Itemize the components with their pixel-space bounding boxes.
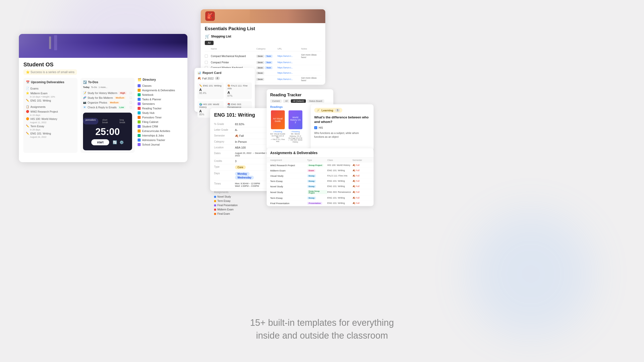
assignments-deliverables-card: Assignments & Deliverables Assignment Ty…	[267, 148, 374, 206]
reading-tracker-filters[interactable]: Current All All (Select) Status Board	[270, 99, 330, 103]
eng-times-row: Times Mon: 9:30AM – 12:00PMWed: 1:00PM –…	[214, 181, 269, 189]
todo-tab-todo[interactable]: To-Do	[91, 86, 97, 88]
dir-assignments[interactable]: Assignments & Deliverables	[138, 88, 183, 93]
dates-label: Dates	[214, 152, 233, 155]
rt-book-1-cover: Art Visual Guide	[271, 110, 285, 129]
rc-course-1: ✏️ ENG 101: Writing A 88.4%	[197, 82, 224, 99]
student-os-body: Student OS ⭐ Success is a series of smal…	[19, 58, 187, 156]
checkbox-2[interactable]	[205, 61, 208, 64]
dir-journal[interactable]: School Journal	[138, 142, 183, 147]
shopping-list-label: 🛒 Shopping List	[205, 34, 321, 39]
ac-row-8: Final Presentation Presentation ENG 101:…	[267, 201, 374, 206]
ac-row-5: Novel Study Essay ENG 101: Writing Fall	[267, 184, 374, 189]
category-value: In Person	[235, 140, 247, 143]
eng-type-row: Type Core	[214, 164, 269, 171]
reading-tracker-title: Reading Tracker	[270, 93, 330, 97]
wednesday-badge: Wednesday	[235, 176, 254, 179]
location-value: ABA 100	[235, 146, 246, 149]
exam-item-2: ✏️ ENG 101: Writing	[26, 98, 75, 103]
grade-pct-value: 83.92%	[235, 123, 244, 126]
pomo-tab-pomodoro[interactable]: pomodoro	[83, 118, 98, 124]
directory-section-title: 🗂️ Directory	[138, 78, 183, 81]
pomodoro-controls: 🔄 ⚙️	[113, 140, 124, 144]
filter-all-select[interactable]: All (Select)	[291, 99, 306, 103]
dir-notebook[interactable]: Notebook	[138, 93, 183, 97]
packing-table-header: Name Category URL Notes	[205, 48, 321, 51]
refresh-icon[interactable]: 🔄	[113, 140, 117, 144]
badge-medium-1: Medium	[114, 96, 126, 99]
todo-tab-more[interactable]: 1 more...	[99, 86, 108, 88]
dir-extra[interactable]: Extracurricular Activities	[138, 129, 183, 133]
email-icon: 📧	[83, 106, 86, 109]
report-card-title: Report Card	[203, 71, 221, 75]
eng-assign-1: Novel Study	[214, 195, 269, 199]
assign-item-4: ✏️ ENG 101: Writing	[26, 131, 75, 136]
learning-card: 🪄 Learning 1 What's the difference betwe…	[311, 104, 374, 151]
todo-item-1: 📝 Study for History Midterm High ☐	[83, 90, 132, 95]
upcoming-section-title: 📅 Upcoming Deliverables	[26, 80, 75, 84]
fall-icon: 🍂	[197, 77, 201, 80]
filter-all[interactable]: All	[205, 41, 214, 45]
pomo-tab-long[interactable]: long break	[117, 118, 132, 124]
todos-section: ☑️ To-Dos Today To-Do 1 more... 📝 Study …	[80, 78, 135, 153]
todos-section-title: ☑️ To-Dos	[83, 80, 132, 84]
settings-icon[interactable]: ⚙️	[119, 140, 124, 144]
learning-checkbox-label: HIS	[319, 126, 323, 129]
report-card-badge: 4	[215, 77, 220, 80]
ac-row-2: Midterm Exam Exam ENG 101: Writing Fall	[267, 168, 374, 173]
dir-crm[interactable]: Student CRM	[138, 124, 183, 129]
eng-semester-row: Semester 🍂 Fall	[214, 133, 269, 139]
todo-item-3: 📷 Organize Photos Medium ☐	[83, 100, 132, 105]
todo-item-4: 📧 Check & Reply to Emails Low ☐	[83, 105, 132, 110]
eng-category-row: Category In Person	[214, 139, 269, 145]
rc-course-2: 🎨 FALS 111: Fine Arts A 87%	[226, 82, 252, 99]
student-os-tagline: ⭐ Success is a series of small wins	[23, 69, 77, 75]
todo-tabs[interactable]: Today To-Do 1 more...	[83, 86, 132, 88]
filter-status-board[interactable]: Status Board	[307, 99, 324, 103]
filter-current[interactable]: Current	[270, 99, 282, 103]
pomodoro-tabs[interactable]: pomodoro short break long break	[83, 118, 132, 124]
grade-pct-label: % Grade	[214, 123, 233, 125]
dir-classes[interactable]: Classes	[138, 83, 183, 88]
todo-tab-today[interactable]: Today	[83, 86, 90, 88]
dir-internships[interactable]: Internships & Jobs	[138, 133, 183, 138]
learning-checkbox-row: ✓ HIS	[314, 126, 370, 129]
assignments-label-row: 📋 Assignments	[26, 104, 75, 109]
dir-semesters[interactable]: Semesters	[138, 102, 183, 106]
rt-book-2: World History Ch 3 • Reading Wr. World H…	[288, 110, 303, 143]
eng-assign-5: Final Exam	[214, 212, 269, 216]
assignments-section-label: Assignments	[214, 191, 269, 194]
rt-book-2-info: • Reading Wr. World History, Ch 3 On Pag…	[288, 130, 303, 143]
dir-reading[interactable]: Reading Tracker	[138, 106, 183, 111]
upcoming-deliverables-section: 📅 Upcoming Deliverables 📄 Exams ⭐ Midter…	[23, 78, 77, 153]
packing-hero: 🎒	[201, 9, 325, 23]
checkbox-1[interactable]	[205, 55, 208, 58]
dir-tasks[interactable]: Tasks & Planner	[138, 97, 183, 102]
checkbox-icon: ☑️	[83, 80, 87, 84]
directory-section: 🗂️ Directory Classes Assignments & Deliv…	[138, 78, 183, 153]
learning-answer: Who functions as a subject, while whom f…	[314, 131, 370, 139]
dir-studyhub[interactable]: Study Hub	[138, 111, 183, 115]
packing-list-title: Essentials Packing List	[205, 26, 321, 31]
learning-checkbox[interactable]: ✓	[314, 126, 317, 129]
letter-grade-value: A-	[235, 128, 238, 131]
rt-book-2-cover: World History Ch 3	[289, 110, 302, 129]
filter-all[interactable]: All	[283, 99, 290, 103]
monday-badge: Monday	[235, 172, 250, 176]
semester-value: 🍂 Fall	[235, 134, 244, 138]
student-os-card: Student OS ⭐ Success is a series of smal…	[19, 34, 187, 162]
dir-pomodoro[interactable]: Pomodoro Timer	[138, 115, 183, 120]
learning-count: 1	[335, 109, 340, 112]
eng-assign-2: Term Essay	[214, 199, 269, 203]
times-value: Mon: 9:30AM – 12:00PMWed: 1:00PM – 3:00P…	[235, 182, 260, 187]
ac-row-3: Visual Study Essay FALS 111: Fine Arts F…	[267, 173, 374, 178]
dir-filing[interactable]: Filing Cabinet	[138, 120, 183, 124]
dates-value: August 23, 2022 → December 3, 2022	[235, 152, 269, 157]
packing-filter[interactable]: All	[205, 41, 321, 45]
dir-admissions[interactable]: Admissions Tracker	[138, 138, 183, 142]
pomo-tab-short[interactable]: short break	[100, 118, 116, 124]
tagline-text: 15+ built-in templates for everything in…	[250, 316, 394, 342]
eng-grade-pct-row: % Grade 83.92%	[214, 121, 269, 127]
category-label: Category	[214, 140, 233, 143]
pomodoro-start-button[interactable]: start	[91, 139, 109, 145]
